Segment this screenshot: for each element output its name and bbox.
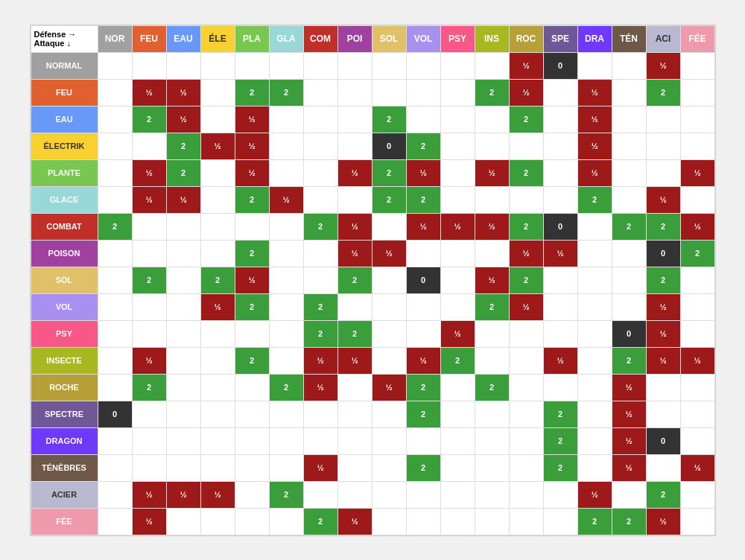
effectiveness-cell: ½ [372,240,406,267]
effectiveness-cell [509,401,543,427]
effectiveness-cell [132,133,166,159]
effectiveness-cell: 2 [543,401,577,427]
corner-header: Défense →Attaque ↓ [31,25,98,52]
effectiveness-cell: ½ [372,374,406,401]
effectiveness-cell: 2 [235,186,269,213]
effectiveness-cell: 2 [132,267,166,293]
effectiveness-cell [269,240,303,267]
effectiveness-cell: ½ [612,454,646,481]
table-row: NORMAL½0½ [31,52,714,79]
effectiveness-cell: ½ [132,481,166,508]
effectiveness-cell: ½ [406,159,440,186]
effectiveness-cell [235,427,269,454]
effectiveness-cell: 2 [406,454,440,481]
effectiveness-cell: ½ [406,347,440,374]
effectiveness-cell: 2 [646,267,680,293]
effectiveness-cell [269,293,303,320]
effectiveness-cell [543,133,577,159]
effectiveness-cell [577,52,612,79]
col-header-nor: NOR [98,25,132,52]
effectiveness-cell [680,52,714,79]
effectiveness-cell: ½ [235,133,269,159]
effectiveness-cell [269,213,303,240]
effectiveness-cell: ½ [166,481,200,508]
col-header-dra: DRA [577,25,612,52]
effectiveness-cell [406,320,440,347]
effectiveness-cell [269,320,303,347]
effectiveness-cell [200,159,235,186]
effectiveness-cell: ½ [646,320,680,347]
effectiveness-cell [200,186,235,213]
effectiveness-cell [440,481,475,508]
effectiveness-cell [612,133,646,159]
effectiveness-cell: ½ [406,213,440,240]
effectiveness-cell [132,213,166,240]
effectiveness-cell [337,133,372,159]
effectiveness-cell [406,508,440,535]
effectiveness-cell: ½ [577,106,612,133]
effectiveness-cell: 0 [646,427,680,454]
effectiveness-cell [372,320,406,347]
table-row: FEU½½222½½2 [31,79,714,106]
effectiveness-cell [612,481,646,508]
effectiveness-cell: ½ [475,267,509,293]
type-chart-container: Défense →Attaque ↓ NORFEUEAUÉLEPLAGLACOM… [30,25,716,536]
col-header-tén: TÉN [612,25,646,52]
effectiveness-cell: 2 [372,106,406,133]
effectiveness-cell [98,508,132,535]
effectiveness-cell: ½ [646,52,680,79]
effectiveness-cell [440,106,475,133]
effectiveness-cell [166,320,200,347]
col-header-sol: SOL [372,25,406,52]
effectiveness-cell [543,508,577,535]
effectiveness-cell [406,240,440,267]
effectiveness-cell [577,427,612,454]
effectiveness-cell [132,401,166,427]
effectiveness-cell [269,267,303,293]
row-header-glace: GLACE [31,186,98,213]
defense-label: Défense → [34,30,77,39]
effectiveness-cell: ½ [166,79,200,106]
effectiveness-cell: ½ [440,213,475,240]
effectiveness-cell [166,267,200,293]
effectiveness-cell [303,401,337,427]
effectiveness-cell: ½ [337,159,372,186]
effectiveness-cell: 2 [646,213,680,240]
effectiveness-cell: 2 [440,347,475,374]
table-row: INSECTE½2½½½2½2½½ [31,347,714,374]
effectiveness-cell: ½ [303,347,337,374]
effectiveness-cell: 2 [166,133,200,159]
effectiveness-cell: ½ [680,213,714,240]
effectiveness-cell [475,320,509,347]
effectiveness-cell [680,79,714,106]
table-row: ÉLECTRIK2½½02½ [31,133,714,159]
effectiveness-cell [200,347,235,374]
effectiveness-cell [680,374,714,401]
table-row: EAU2½½22½ [31,106,714,133]
effectiveness-cell [98,240,132,267]
type-effectiveness-table: Défense →Attaque ↓ NORFEUEAUÉLEPLAGLACOM… [31,25,715,535]
effectiveness-cell [98,481,132,508]
effectiveness-cell [200,508,235,535]
effectiveness-cell [680,106,714,133]
effectiveness-cell [303,427,337,454]
effectiveness-cell: 2 [577,186,612,213]
effectiveness-cell [166,347,200,374]
effectiveness-cell: 0 [372,133,406,159]
effectiveness-cell: 2 [235,347,269,374]
effectiveness-cell [612,159,646,186]
effectiveness-cell [200,240,235,267]
effectiveness-cell [132,240,166,267]
effectiveness-cell: 2 [406,133,440,159]
table-row: POISON2½½½½02 [31,240,714,267]
effectiveness-cell: 2 [372,186,406,213]
effectiveness-cell [235,52,269,79]
row-header-eau: EAU [31,106,98,133]
effectiveness-cell [475,427,509,454]
col-header-spe: SPE [543,25,577,52]
effectiveness-cell [475,508,509,535]
effectiveness-cell [440,401,475,427]
effectiveness-cell: 2 [200,267,235,293]
effectiveness-cell: 2 [509,213,543,240]
effectiveness-cell: ½ [337,508,372,535]
